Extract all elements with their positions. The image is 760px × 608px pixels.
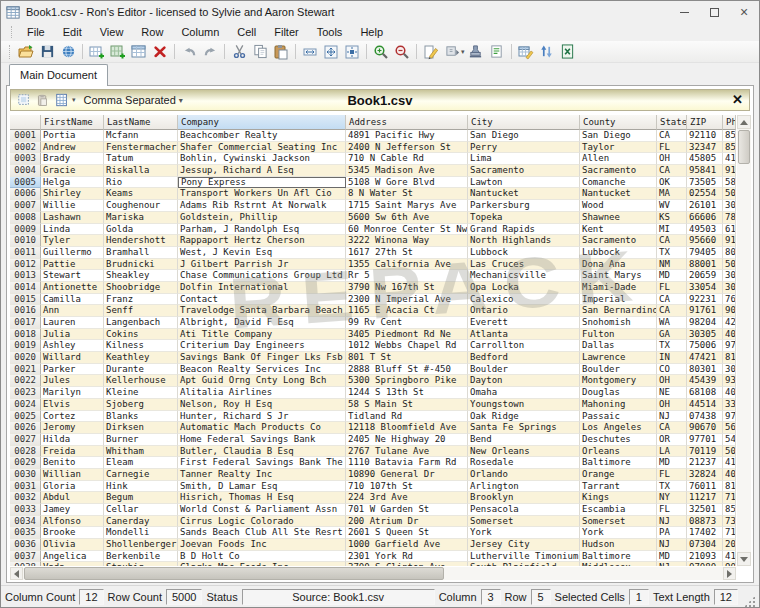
grid-cell[interactable]: 508 <box>723 188 736 200</box>
grid-cell[interactable]: 407 <box>723 469 736 481</box>
grid-cell[interactable]: NJ <box>657 411 687 423</box>
grid-cell[interactable]: 5600 Sw 6th Ave <box>346 212 468 224</box>
grid-cell[interactable]: IN <box>657 352 687 364</box>
grid-cell[interactable]: 541 <box>723 434 736 446</box>
grid-cell[interactable]: Douglas <box>580 387 657 399</box>
grid-cell[interactable]: San Bernardino <box>580 305 657 317</box>
table-row[interactable]: 0016AnnSenffTravelodge Santa Barbara Bea… <box>10 305 736 317</box>
grid-cell[interactable]: Durante <box>104 364 178 376</box>
grid-cell[interactable]: Sacramento <box>580 235 657 247</box>
insert-row-button[interactable] <box>87 42 107 62</box>
grid-cell[interactable]: Miami-Dade <box>580 282 657 294</box>
grid-cell[interactable]: 2400 N Jefferson St <box>346 142 468 154</box>
grid-cell[interactable]: Willian <box>41 469 104 481</box>
grid-cell[interactable]: 785 <box>723 212 736 224</box>
grid-cell[interactable]: 850 <box>723 504 736 516</box>
table-row[interactable]: 0003BradyTatumBohlin, Cywinski Jackson71… <box>10 153 736 165</box>
grid-cell[interactable]: Los Angeles <box>580 422 657 434</box>
grid-cell[interactable]: 858 <box>723 130 736 142</box>
grid-cell[interactable]: FL <box>657 469 687 481</box>
close-document-button[interactable]: ✕ <box>732 93 743 107</box>
table-row[interactable]: 0001PortiaMcfannBeachcomber Realty4891 P… <box>10 130 736 142</box>
menu-help[interactable]: Help <box>351 23 392 41</box>
grid-cell[interactable]: Kilness <box>104 340 178 352</box>
table-button[interactable] <box>129 42 149 62</box>
grid-cell[interactable]: Lashawn <box>41 212 104 224</box>
row-number[interactable]: 0005 <box>10 177 41 189</box>
grid-cell[interactable]: 305 <box>723 282 736 294</box>
grid-cell[interactable]: Kellerhouse <box>104 375 178 387</box>
row-number[interactable]: 0032 <box>10 492 41 504</box>
grid-cell[interactable]: 45439 <box>687 375 723 387</box>
grid-cell[interactable]: Elvis <box>41 399 104 411</box>
grid-cell[interactable]: Boulder <box>468 364 580 376</box>
grid-cell[interactable]: Baltimore <box>580 551 657 563</box>
grid-cell[interactable]: 972 <box>723 340 736 352</box>
row-number[interactable]: 0027 <box>10 434 41 446</box>
grid-cell[interactable]: B D Holt Co <box>178 551 346 563</box>
row-number[interactable]: 0007 <box>10 200 41 212</box>
grid-cell[interactable]: MD <box>657 270 687 282</box>
grid-cell[interactable]: Pattie <box>41 259 104 271</box>
row-number[interactable]: 0037 <box>10 551 41 563</box>
grid-cell[interactable]: Mcfann <box>104 130 178 142</box>
grid-cell[interactable]: Travelodge Santa Barbara Beach <box>178 305 346 317</box>
grid-cell[interactable]: 3222 Winona Way <box>346 235 468 247</box>
column-header-state[interactable]: State <box>657 115 687 130</box>
column-layout-button[interactable] <box>55 93 70 108</box>
grid-cell[interactable]: FL <box>657 504 687 516</box>
grid-cell[interactable]: Montgomery <box>580 375 657 387</box>
grid-cell[interactable]: TX <box>657 247 687 259</box>
grid-cell[interactable]: Eleam <box>104 457 178 469</box>
grid-cell[interactable]: Albright, David F Esq <box>178 317 346 329</box>
row-number[interactable]: 0028 <box>10 446 41 458</box>
edit-cell-button[interactable] <box>421 42 441 62</box>
grid-cell[interactable]: Jeromy <box>41 422 104 434</box>
table-row[interactable]: 0020WillardKeathleySavings Bank Of Finge… <box>10 352 736 364</box>
row-number[interactable]: 0019 <box>10 340 41 352</box>
grid-cell[interactable]: 49503 <box>687 224 723 236</box>
fit-all-button[interactable] <box>342 42 362 62</box>
grid-cell[interactable]: 2601 S Queen St <box>346 527 468 539</box>
grid-cell[interactable]: Bohlin, Cywinski Jackson <box>178 153 346 165</box>
grid-cell[interactable]: 8 N Water St <box>346 188 468 200</box>
grid-cell[interactable]: 02554 <box>687 188 723 200</box>
table-row[interactable]: 0026JeromyDirksenAutomatic Mach Products… <box>10 422 736 434</box>
grid-cell[interactable]: 80301 <box>687 364 723 376</box>
column-header-city[interactable]: City <box>468 115 580 130</box>
grid-cell[interactable]: Benito <box>41 457 104 469</box>
grid-cell[interactable]: FL <box>657 142 687 154</box>
row-number[interactable]: 0009 <box>10 224 41 236</box>
grid-cell[interactable]: San Diego <box>580 130 657 142</box>
grid-cell[interactable]: OR <box>657 434 687 446</box>
grid-cell[interactable]: Angelica <box>41 551 104 563</box>
row-number[interactable]: 0017 <box>10 317 41 329</box>
row-number[interactable]: 0038 <box>10 562 41 566</box>
grid-cell[interactable]: Nelson, Roy H Esq <box>178 399 346 411</box>
grid-cell[interactable]: 760 <box>723 294 736 306</box>
grid-cell[interactable]: Allen <box>580 153 657 165</box>
grid-cell[interactable]: 2405 Ne Highway 20 <box>346 434 468 446</box>
table-row[interactable]: 0015CamillaFranzContact2300 N Imperial A… <box>10 294 736 306</box>
grid-cell[interactable]: Hink <box>104 481 178 493</box>
grid-cell[interactable]: Canerday <box>104 516 178 528</box>
grid-cell[interactable]: North Highlands <box>468 235 580 247</box>
grid-cell[interactable]: 33054 <box>687 282 723 294</box>
grid-cell[interactable]: Langenbach <box>104 317 178 329</box>
grid-cell[interactable]: 616 <box>723 224 736 236</box>
grid-cell[interactable]: 2888 Bluff St #-450 <box>346 364 468 376</box>
grid-cell[interactable]: Mechanicsville <box>468 270 580 282</box>
grid-cell[interactable]: 79405 <box>687 247 723 259</box>
grid-cell[interactable]: Clarke Mac Foods Inc <box>178 562 346 566</box>
grid-cell[interactable]: 419 <box>723 153 736 165</box>
column-header-lastname[interactable]: LastName <box>104 115 178 130</box>
grid-cell[interactable]: Shirley <box>41 188 104 200</box>
grid-cell[interactable]: World Const & Parliament Assn <box>178 504 346 516</box>
grid-cell[interactable]: Calexico <box>468 294 580 306</box>
grid-cell[interactable]: 3700 S Clinton Ave <box>346 562 468 566</box>
row-number[interactable]: 0006 <box>10 188 41 200</box>
grid-cell[interactable]: NJ <box>657 516 687 528</box>
table-row[interactable]: 0017LaurenLangenbachAlbright, David F Es… <box>10 317 736 329</box>
grid-cell[interactable]: LA <box>657 446 687 458</box>
grid-cell[interactable]: Saint Marys <box>580 270 657 282</box>
